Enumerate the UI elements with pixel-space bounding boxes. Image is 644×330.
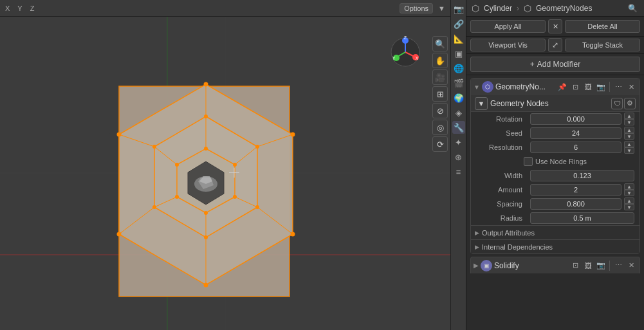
use-node-rings-checkbox[interactable]	[524, 157, 533, 166]
seed-value[interactable]: 24	[530, 127, 621, 139]
viewport-z-label: Z	[28, 5, 37, 12]
add-modifier-row: + Add Modifier	[466, 54, 644, 75]
pan-icon[interactable]: ✋	[432, 53, 448, 68]
resolution-up-arrow[interactable]: ▲	[624, 141, 634, 147]
svg-point-29	[117, 133, 122, 137]
transform-icon[interactable]: ⟳	[432, 136, 448, 152]
delete-all-button[interactable]: Delete All	[565, 20, 640, 33]
modifier-pin-icon[interactable]: 📌	[557, 81, 568, 93]
svg-point-28	[117, 232, 122, 237]
sub-shield-icon[interactable]: 🛡	[611, 98, 623, 109]
output-attributes-row[interactable]: ▶ Output Attributes	[471, 225, 639, 239]
solidify-more-icon[interactable]: ⋯	[612, 260, 624, 271]
filter-icon[interactable]: ⊘	[432, 103, 448, 118]
solidify-expand-arrow[interactable]: ▶	[474, 262, 479, 269]
sidebar-physics-icon[interactable]: ⊛	[452, 151, 465, 163]
rotation-up-arrow[interactable]: ▲	[624, 113, 634, 119]
sidebar-constraints-icon[interactable]: ≡	[452, 165, 465, 178]
expand-button[interactable]: ⤢	[548, 38, 562, 52]
amount-up-arrow[interactable]: ▲	[624, 183, 634, 190]
breadcrumb-cylinder: Cylinder	[484, 4, 512, 13]
sidebar-output-icon[interactable]: ▣	[452, 47, 465, 60]
viewport-nav-buttons: 🔍 ✋ 🎥 ⊞ ⊘ ◎ ⟳	[432, 36, 448, 152]
sub-header-icons: 🛡 ⚙	[611, 98, 636, 109]
sidebar-particles-icon[interactable]: ✦	[452, 136, 465, 149]
svg-point-30	[204, 115, 208, 118]
rotation-down-arrow[interactable]: ▼	[624, 119, 634, 125]
amount-value[interactable]: 2	[530, 184, 621, 196]
right-icon-sidebar: 📷 🔗 📐 ▣ 🌐 🎬 🌍 ◈ 🔧 ✦ ⊛ ≡	[450, 0, 466, 330]
svg-text:X: X	[416, 56, 419, 60]
modifier-close-icon[interactable]: ✕	[625, 81, 637, 93]
solidify-camera-icon[interactable]: 📷	[595, 260, 607, 271]
solidify-modifier: ▶ ▣ Solidify ⊡ 🖼 📷 ⋯ ✕	[470, 257, 640, 273]
modifier-action-buttons: Apply All ✕ Delete All	[466, 17, 644, 37]
toggle-stack-button[interactable]: Toggle Stack	[565, 39, 640, 51]
internal-dep-label: Internal Dependencies	[482, 243, 553, 251]
options-toggle[interactable]: ▼	[436, 5, 448, 12]
radius-value[interactable]: 0.5 m	[530, 212, 634, 224]
resolution-label: Resolution	[476, 143, 528, 151]
sidebar-camera-icon[interactable]: 📷	[452, 3, 465, 15]
zoom-icon[interactable]: 🔍	[432, 36, 448, 51]
amount-row: Amount 2 ▲ ▼	[471, 183, 639, 197]
modifier-render-icon[interactable]: 🖼	[582, 81, 594, 93]
sub-settings-icon[interactable]: ⚙	[624, 98, 636, 109]
apply-all-button[interactable]: Apply All	[470, 20, 546, 33]
viewport[interactable]: X Y Z Options ▼	[0, 0, 450, 330]
svg-point-27	[204, 283, 208, 288]
svg-text:Y: Y	[392, 56, 396, 60]
svg-point-34	[152, 205, 156, 209]
solidify-realtime-icon[interactable]: ⊡	[569, 260, 581, 271]
geonode-icon: ⬡	[524, 3, 531, 14]
sidebar-render-icon[interactable]: 📐	[452, 32, 465, 45]
viewport-vis-button[interactable]: Viewport Vis	[470, 39, 546, 51]
modifier-vis-buttons: Viewport Vis ⤢ Toggle Stack	[466, 37, 644, 54]
sidebar-object-icon[interactable]: ◈	[452, 106, 465, 119]
search-icon[interactable]: 🔍	[626, 2, 639, 15]
width-value[interactable]: 0.123	[530, 170, 634, 181]
sidebar-view-icon[interactable]: 🌐	[452, 62, 465, 75]
sidebar-world-icon[interactable]: 🌍	[452, 91, 465, 104]
rotation-value[interactable]: 0.000	[530, 113, 621, 125]
radius-label: Radius	[476, 214, 528, 222]
grid-icon[interactable]: ⊞	[432, 86, 448, 102]
svg-point-33	[204, 235, 208, 239]
solidify-icon: ▣	[481, 260, 492, 271]
solidify-render-icon[interactable]: 🖼	[582, 260, 594, 271]
resolution-down-arrow[interactable]: ▼	[624, 147, 634, 154]
solidify-close-icon[interactable]: ✕	[625, 260, 637, 271]
modifier-camera-icon[interactable]: 📷	[595, 81, 607, 93]
radius-row: Radius 0.5 m	[471, 211, 639, 225]
camera-icon[interactable]: 🎥	[432, 69, 448, 85]
modifier-expand-arrow[interactable]: ▼	[474, 84, 480, 91]
breadcrumb-geometry-nodes: GeometryNodes	[536, 4, 592, 13]
spacing-arrows: ▲ ▼	[624, 197, 634, 210]
sub-header-toggle[interactable]: ▼	[475, 97, 488, 110]
close-button[interactable]: ✕	[548, 19, 562, 33]
modifier-sub-header: ▼ Geometry Nodes 🛡 ⚙	[471, 95, 639, 112]
svg-point-39	[204, 211, 208, 215]
modifier-more-icon[interactable]: ⋯	[612, 81, 624, 93]
internal-dependencies-row[interactable]: ▶ Internal Dependencies	[471, 239, 639, 253]
seed-up-arrow[interactable]: ▲	[624, 127, 634, 133]
spacing-value[interactable]: 0.800	[530, 198, 621, 210]
spacing-down-arrow[interactable]: ▼	[624, 204, 634, 210]
spacing-label: Spacing	[476, 200, 528, 208]
seed-down-arrow[interactable]: ▼	[624, 133, 634, 140]
add-modifier-button[interactable]: + Add Modifier	[470, 57, 640, 72]
view-icon[interactable]: ◎	[432, 120, 448, 135]
spacing-up-arrow[interactable]: ▲	[624, 197, 634, 204]
resolution-value[interactable]: 6	[530, 142, 621, 153]
add-plus-icon: +	[530, 60, 535, 69]
amount-down-arrow[interactable]: ▼	[624, 190, 634, 196]
rotation-arrows: ▲ ▼	[624, 113, 634, 125]
modifier-realtime-icon[interactable]: ⊡	[569, 81, 581, 93]
svg-point-24	[204, 82, 208, 87]
options-button[interactable]: Options	[400, 3, 433, 14]
sidebar-link-icon[interactable]: 🔗	[452, 17, 465, 30]
3d-scene: Z X Y 🔍 ✋ 🎥 ⊞ ⊘ ◎	[0, 17, 450, 330]
sidebar-scene-icon[interactable]: 🎬	[452, 77, 465, 89]
seed-arrows: ▲ ▼	[624, 127, 634, 140]
sidebar-modifier-icon[interactable]: 🔧	[452, 121, 465, 134]
